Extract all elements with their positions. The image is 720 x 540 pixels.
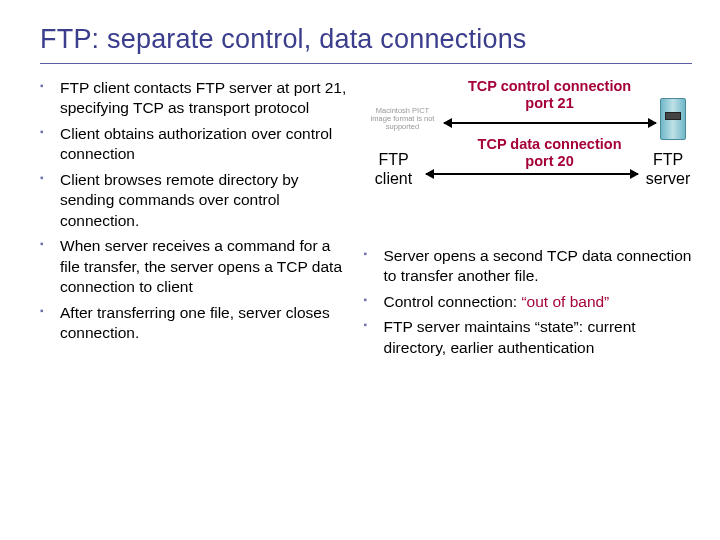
list-item: Client browses remote directory by sendi…: [40, 170, 354, 231]
data-connection-label: TCP data connection port 20: [450, 136, 650, 171]
list-item: Control connection: “out of band”: [364, 292, 692, 312]
label-text: TCP control connection: [468, 78, 631, 94]
label-text: port 21: [525, 95, 573, 111]
list-item: FTP server maintains “state”: current di…: [364, 317, 692, 358]
label-text: port 20: [525, 153, 573, 169]
right-bullet-list: Server opens a second TCP data connectio…: [364, 246, 692, 358]
left-bullet-list: FTP client contacts FTP server at port 2…: [40, 78, 354, 343]
label-text: server: [646, 170, 690, 187]
client-node-label: FTP client: [364, 150, 424, 188]
double-arrow-icon: [444, 122, 656, 124]
pict-placeholder-icon: Macintosh PICT image format is not suppo…: [368, 98, 438, 140]
server-icon: [660, 98, 686, 140]
list-item: When server receives a command for a fil…: [40, 236, 354, 297]
control-connection-label: TCP control connection port 21: [450, 78, 650, 113]
label-text: FTP: [653, 151, 683, 168]
list-item: After transferring one file, server clos…: [40, 303, 354, 344]
bullet-text: Control connection:: [384, 293, 522, 310]
quoted-text: “out of band”: [521, 293, 609, 310]
slide: FTP: separate control, data connections …: [0, 0, 720, 540]
right-column: TCP control connection port 21 Macintosh…: [364, 78, 692, 363]
server-node-label: FTP server: [641, 150, 696, 188]
left-column: FTP client contacts FTP server at port 2…: [40, 78, 354, 363]
title-rule: [40, 63, 692, 64]
slide-title: FTP: separate control, data connections: [40, 24, 692, 55]
label-text: TCP data connection: [478, 136, 622, 152]
list-item: FTP client contacts FTP server at port 2…: [40, 78, 354, 119]
ftp-diagram: TCP control connection port 21 Macintosh…: [364, 78, 692, 238]
double-arrow-icon: [426, 173, 638, 175]
label-text: FTP: [378, 151, 408, 168]
list-item: Client obtains authorization over contro…: [40, 124, 354, 165]
label-text: client: [375, 170, 412, 187]
slide-body: FTP client contacts FTP server at port 2…: [40, 78, 692, 363]
list-item: Server opens a second TCP data connectio…: [364, 246, 692, 287]
